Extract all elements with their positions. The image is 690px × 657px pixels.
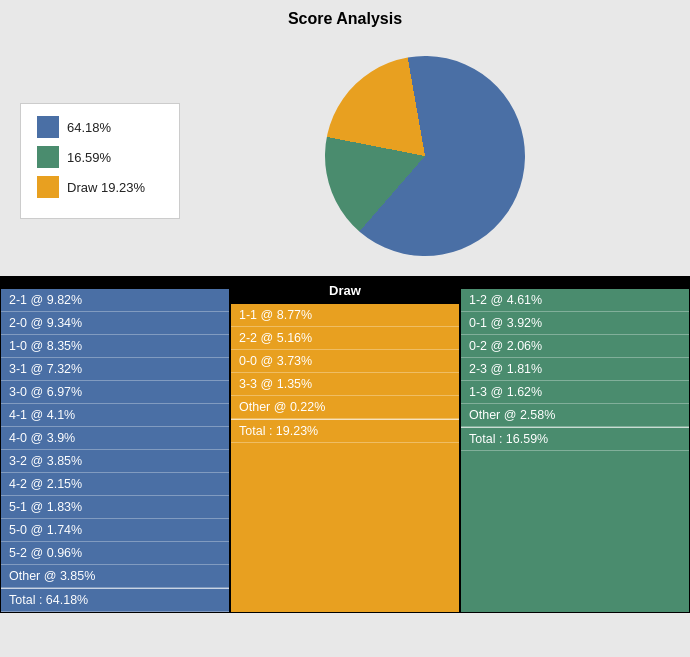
home-row-8: 4-2 @ 2.15%: [1, 473, 229, 496]
home-row-total: Total : 64.18%: [1, 588, 229, 612]
chart-area: [180, 56, 670, 256]
draw-header: Draw: [231, 277, 459, 304]
draw-row-1: 2-2 @ 5.16%: [231, 327, 459, 350]
legend-label-home: 64.18%: [67, 120, 111, 135]
col-away: 1-2 @ 4.61% 0-1 @ 3.92% 0-2 @ 2.06% 2-3 …: [460, 276, 690, 613]
legend-color-away: [37, 146, 59, 168]
draw-row-2: 0-0 @ 3.73%: [231, 350, 459, 373]
home-row-11: 5-2 @ 0.96%: [1, 542, 229, 565]
legend-item-home: 64.18%: [37, 116, 163, 138]
home-row-0: 2-1 @ 9.82%: [1, 289, 229, 312]
home-header: [1, 277, 229, 289]
away-header: [461, 277, 689, 289]
draw-row-total: Total : 19.23%: [231, 419, 459, 443]
col-draw: Draw 1-1 @ 8.77% 2-2 @ 5.16% 0-0 @ 3.73%…: [230, 276, 460, 613]
top-section: 64.18% 16.59% Draw 19.23%: [0, 36, 690, 276]
home-row-2: 1-0 @ 8.35%: [1, 335, 229, 358]
away-row-5: Other @ 2.58%: [461, 404, 689, 427]
away-row-4: 1-3 @ 1.62%: [461, 381, 689, 404]
draw-row-4: Other @ 0.22%: [231, 396, 459, 419]
legend-color-home: [37, 116, 59, 138]
away-row-total: Total : 16.59%: [461, 427, 689, 451]
home-row-7: 3-2 @ 3.85%: [1, 450, 229, 473]
col-home: 2-1 @ 9.82% 2-0 @ 9.34% 1-0 @ 8.35% 3-1 …: [0, 276, 230, 613]
legend-label-draw: Draw 19.23%: [67, 180, 145, 195]
home-row-5: 4-1 @ 4.1%: [1, 404, 229, 427]
page-title: Score Analysis: [0, 0, 690, 36]
home-row-10: 5-0 @ 1.74%: [1, 519, 229, 542]
away-row-0: 1-2 @ 4.61%: [461, 289, 689, 312]
home-row-3: 3-1 @ 7.32%: [1, 358, 229, 381]
score-table: 2-1 @ 9.82% 2-0 @ 9.34% 1-0 @ 8.35% 3-1 …: [0, 276, 690, 613]
home-row-12: Other @ 3.85%: [1, 565, 229, 588]
home-row-9: 5-1 @ 1.83%: [1, 496, 229, 519]
legend-label-away: 16.59%: [67, 150, 111, 165]
legend-item-away: 16.59%: [37, 146, 163, 168]
draw-row-0: 1-1 @ 8.77%: [231, 304, 459, 327]
away-row-3: 2-3 @ 1.81%: [461, 358, 689, 381]
legend: 64.18% 16.59% Draw 19.23%: [20, 103, 180, 219]
draw-row-3: 3-3 @ 1.35%: [231, 373, 459, 396]
away-row-1: 0-1 @ 3.92%: [461, 312, 689, 335]
away-row-2: 0-2 @ 2.06%: [461, 335, 689, 358]
home-row-4: 3-0 @ 6.97%: [1, 381, 229, 404]
legend-item-draw: Draw 19.23%: [37, 176, 163, 198]
home-row-1: 2-0 @ 9.34%: [1, 312, 229, 335]
legend-color-draw: [37, 176, 59, 198]
pie-chart: [309, 40, 541, 272]
home-row-6: 4-0 @ 3.9%: [1, 427, 229, 450]
